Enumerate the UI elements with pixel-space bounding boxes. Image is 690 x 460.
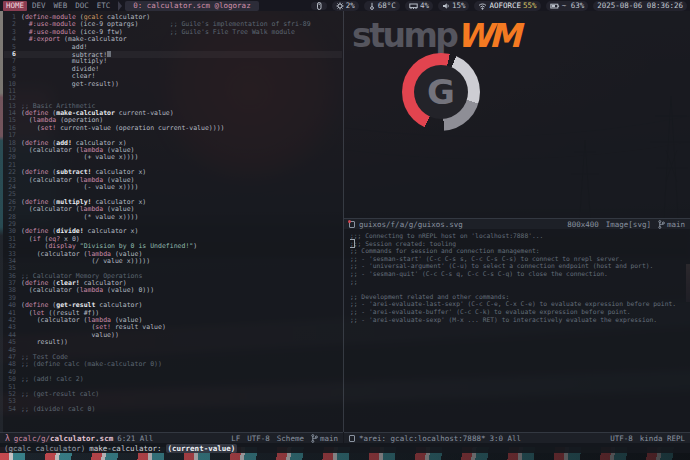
- wifi-indicator: AOFORCE 55%: [474, 1, 540, 11]
- code-buffer[interactable]: 1(define-module (gcalc calculator)2 #:us…: [4, 14, 342, 430]
- eol-indicator: LF: [231, 434, 240, 443]
- speaker-icon: [442, 2, 450, 10]
- file-modified-icon: [349, 221, 355, 228]
- code-line: 34 (/ value x))))): [4, 258, 342, 265]
- eldoc-namespace: (gcalc calculator): [4, 444, 85, 453]
- repl-line: ;; Development related and other command…: [350, 293, 688, 301]
- text-cursor: [107, 51, 111, 58]
- code-line: 54;; (divide! calc 0): [4, 406, 342, 413]
- cpu-indicator: 2%: [332, 1, 359, 11]
- image-file-path: guixos/f/a/g/guixos.svg: [359, 220, 463, 229]
- repl-line: ;; - 'arei-evaluate-sexp' (M-x ... RET) …: [350, 316, 688, 324]
- code-line: 28 (* value x)))): [4, 214, 342, 221]
- separator-wedge-icon: [118, 1, 122, 11]
- code-line: 48;; (define calc (make-calculator 0)): [4, 361, 342, 368]
- memory-indicator: 4%: [405, 1, 433, 11]
- group-list: HOMEDEVWEBDOCETC: [3, 1, 113, 11]
- stumpwm-logo: stumpWM: [352, 19, 518, 52]
- branch-name: main: [667, 220, 685, 229]
- repl-window-modeline: *arei: gcalc:localhost:7888* 3:0 All UTF…: [344, 432, 690, 443]
- repl-major-mode[interactable]: kinda REPL: [640, 434, 685, 443]
- buffer-path: gcalc/g/calculator.scm: [14, 434, 113, 443]
- status-tray: 2% 68°C 4% 15% AOFORCE 55% ~ 63%: [311, 1, 687, 11]
- repl-buffer[interactable]: ;;; Connecting to nREPL host on 'localho…: [350, 232, 688, 430]
- guix-g-mark-center: G: [414, 65, 468, 119]
- datetime-value: 2025-08-06 08:36:26: [597, 1, 683, 11]
- image-window-modeline: guixos/f/a/g/guixos.svg 800x400 Image[sv…: [344, 218, 690, 229]
- code-window-modeline: λ gcalc/g/calculator.scm 6:21 All LF UTF…: [0, 432, 343, 443]
- repl-line: ;; Commands for session and connection m…: [350, 247, 688, 255]
- memory-value: 4%: [420, 1, 429, 11]
- mouse-indicator: [311, 2, 327, 10]
- project-path: gcalc/g/: [14, 434, 50, 443]
- code-line: 52;; (get-result calc): [4, 391, 342, 398]
- encoding-indicator: UTF-8: [247, 434, 270, 443]
- wifi-ssid: AOFORCE: [489, 1, 521, 11]
- clock-indicator: 2025-08-06 08:36:26: [593, 1, 687, 11]
- cpu-value: 2%: [346, 1, 355, 11]
- code-line: 11: [4, 88, 342, 95]
- ram-icon: [409, 2, 418, 10]
- logo-stump-text: stump: [352, 16, 456, 55]
- repl-line: [350, 285, 688, 293]
- group-tag-doc[interactable]: DOC: [72, 1, 92, 11]
- repl-line: ;; - 'universal-argument' (C-u) to selec…: [350, 262, 688, 270]
- group-tag-dev[interactable]: DEV: [29, 1, 49, 11]
- emacs-frame: 1(define-module (gcalc calculator)2 #:us…: [0, 11, 690, 453]
- code-line: 16 (set! current-value (operation curren…: [4, 125, 342, 132]
- git-branch-icon: [658, 220, 665, 229]
- git-branch-icon: [311, 434, 318, 443]
- repl-line: ;; - 'arei-evaluate-buffer' (C-c C-k) to…: [350, 308, 688, 316]
- repl-cursor-position: 3:0 All: [489, 434, 521, 443]
- code-line: 10 get-result)): [4, 81, 342, 88]
- major-mode[interactable]: Scheme: [277, 434, 304, 443]
- image-kind: Image[svg]: [606, 220, 651, 229]
- repl-line: ;;; Connecting to nREPL host on 'localho…: [350, 232, 688, 240]
- group-tag-home[interactable]: HOME: [3, 1, 27, 11]
- repl-line: ;;; Session created: tooling: [350, 240, 688, 248]
- cursor-position: 6:21 All: [117, 434, 153, 443]
- scrollbar-fringe[interactable]: [0, 11, 3, 443]
- code-line: 38 (calculator (lambda (value) 0))): [4, 287, 342, 294]
- repl-buffer-name: *arei: gcalc:localhost:7888*: [359, 434, 485, 443]
- image-dimensions: 800x400: [567, 220, 599, 229]
- gear-icon: [336, 2, 344, 10]
- group-tag-web[interactable]: WEB: [51, 1, 71, 11]
- code-line: 24 (- value x)))): [4, 184, 342, 191]
- focused-window-title[interactable]: 0: calculator.scm @logoraz: [125, 1, 258, 11]
- mouse-icon: [315, 2, 323, 10]
- logo-wm-text: WM: [456, 16, 517, 55]
- lambda-icon: λ: [5, 434, 10, 443]
- buffer-filename: calculator.scm: [50, 434, 113, 443]
- git-branch: main: [311, 434, 338, 443]
- battery-value: ~ 63%: [562, 1, 585, 11]
- echo-area: (gcalc calculator) make-calculator: (cur…: [0, 443, 690, 453]
- wifi-strength: 55%: [523, 1, 537, 11]
- file-icon: [349, 435, 355, 442]
- thermometer-icon: [368, 2, 376, 10]
- git-branch: main: [658, 220, 685, 229]
- temp-value: 68°C: [378, 1, 396, 11]
- battery-indicator: ~ 63%: [546, 1, 589, 11]
- group-tag-etc[interactable]: ETC: [94, 1, 114, 11]
- battery-icon: [550, 2, 560, 10]
- logo-g-letter: G: [427, 75, 455, 109]
- code-line: 45 result)): [4, 339, 342, 346]
- eldoc-arglist: (current-value): [166, 444, 238, 453]
- repl-line: ;;: [350, 278, 688, 286]
- repl-line: ;; - 'sesman-start' (C-c C-s s, C-c C-s …: [350, 255, 688, 263]
- temp-indicator: 68°C: [364, 1, 400, 11]
- volume-value: 15%: [452, 1, 466, 11]
- branch-name: main: [320, 434, 338, 443]
- stumpwm-modeline: HOMEDEVWEBDOCETC 0: calculator.scm @logo…: [0, 0, 690, 11]
- desktop: HOMEDEVWEBDOCETC 0: calculator.scm @logo…: [0, 0, 690, 460]
- wifi-icon: [478, 2, 487, 10]
- guix-g-mark: G: [402, 53, 480, 131]
- repl-encoding: UTF-8: [610, 434, 633, 443]
- eldoc-function: make-calculator:: [89, 444, 161, 453]
- repl-line: ;; - 'arei-evaluate-last-sexp' (C-c C-e,…: [350, 300, 688, 308]
- repl-line: ;; - 'sesman-quit' (C-c C-s q, C-c C-s C…: [350, 270, 688, 278]
- code-line: 50;; (add! calc 2): [4, 376, 342, 383]
- volume-indicator: 15%: [438, 1, 470, 11]
- image-buffer[interactable]: stumpWM G: [344, 11, 690, 218]
